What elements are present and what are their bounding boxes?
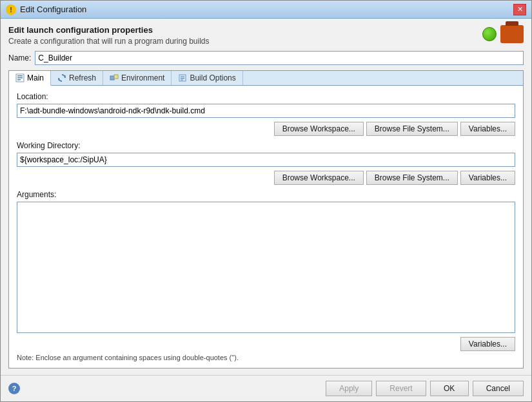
header-title: Edit launch configuration properties — [8, 25, 210, 35]
working-directory-buttons: Browse Workspace... Browse File System..… — [17, 171, 515, 185]
header-icons — [482, 25, 524, 43]
tab-build-options[interactable]: Build Options — [172, 71, 242, 85]
dialog-content: Edit launch configuration properties Cre… — [1, 19, 531, 375]
tab-content-main: Location: Browse Workspace... Browse Fil… — [9, 86, 523, 368]
help-icon[interactable]: ? — [8, 383, 20, 394]
name-row: Name: — [8, 51, 524, 65]
arguments-note: Note: Enclose an argument containing spa… — [17, 354, 515, 361]
edit-configuration-dialog: ! Edit Configuration ✕ Edit launch confi… — [0, 0, 532, 402]
header-section: Edit launch configuration properties Cre… — [8, 25, 524, 46]
tab-refresh-label: Refresh — [69, 73, 96, 82]
tab-environment-label: Environment — [121, 73, 164, 82]
env-tab-icon — [110, 73, 119, 82]
toolbox-icon — [500, 25, 524, 43]
warning-icon: ! — [6, 5, 16, 15]
dialog-title: Edit Configuration — [20, 5, 86, 14]
arguments-label: Arguments: — [17, 190, 515, 199]
footer-left: ? — [8, 381, 322, 396]
tab-bar: Main Refresh — [9, 71, 523, 86]
working-directory-input[interactable] — [17, 153, 515, 167]
location-section: Location: Browse Workspace... Browse Fil… — [17, 92, 515, 136]
main-tab-icon — [15, 73, 25, 82]
title-bar: ! Edit Configuration ✕ — [1, 1, 531, 19]
location-browse-filesystem-button[interactable]: Browse File System... — [366, 122, 458, 136]
location-browse-workspace-button[interactable]: Browse Workspace... — [274, 122, 364, 136]
workdir-browse-filesystem-button[interactable]: Browse File System... — [366, 171, 458, 185]
tab-panel: Main Refresh — [8, 70, 524, 368]
ok-button[interactable]: OK — [430, 381, 469, 396]
tab-environment[interactable]: Environment — [103, 71, 172, 85]
close-button[interactable]: ✕ — [513, 4, 526, 15]
header-text: Edit launch configuration properties Cre… — [8, 25, 210, 46]
location-input[interactable] — [17, 104, 515, 118]
header-subtitle: Create a configuration that will run a p… — [8, 37, 210, 46]
location-buttons: Browse Workspace... Browse File System..… — [17, 122, 515, 136]
working-directory-label: Working Directory: — [17, 141, 515, 150]
tab-main-label: Main — [27, 73, 44, 82]
title-bar-left: ! Edit Configuration — [6, 5, 86, 15]
workdir-browse-workspace-button[interactable]: Browse Workspace... — [274, 171, 364, 185]
svg-rect-6 — [110, 76, 114, 80]
revert-button[interactable]: Revert — [376, 381, 426, 396]
arguments-buttons: Variables... — [17, 337, 515, 351]
tab-main[interactable]: Main — [9, 71, 51, 86]
tab-refresh[interactable]: Refresh — [51, 71, 103, 85]
arguments-section: Arguments: Variables... Note: Enclose an… — [17, 190, 515, 361]
workdir-variables-button[interactable]: Variables... — [460, 171, 515, 185]
build-tab-icon — [178, 73, 187, 82]
cancel-button[interactable]: Cancel — [473, 381, 524, 396]
arguments-textarea[interactable] — [17, 202, 515, 333]
apply-button[interactable]: Apply — [326, 381, 372, 396]
location-label: Location: — [17, 92, 515, 101]
status-green-icon — [482, 27, 497, 41]
tab-build-options-label: Build Options — [190, 73, 235, 82]
arguments-variables-button[interactable]: Variables... — [460, 337, 515, 351]
title-bar-right: ✕ — [513, 4, 526, 15]
dialog-footer: ? Apply Revert OK Cancel — [1, 375, 531, 401]
name-input[interactable] — [35, 51, 524, 65]
location-variables-button[interactable]: Variables... — [460, 122, 515, 136]
refresh-tab-icon — [57, 73, 66, 82]
working-directory-section: Working Directory: Browse Workspace... B… — [17, 141, 515, 185]
svg-rect-3 — [17, 79, 21, 81]
svg-rect-1 — [17, 75, 23, 77]
name-label: Name: — [8, 53, 31, 62]
svg-rect-7 — [114, 75, 118, 79]
svg-rect-2 — [17, 77, 23, 79]
